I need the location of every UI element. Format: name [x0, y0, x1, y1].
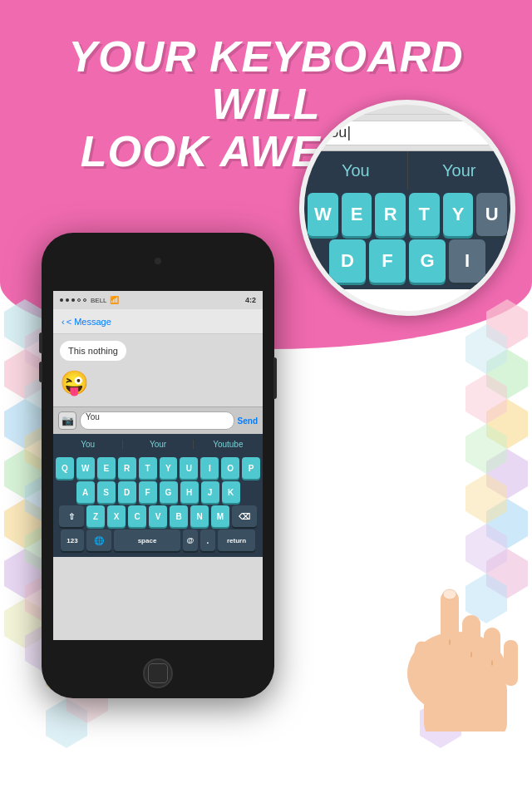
svg-marker-16	[486, 399, 528, 449]
zoomed-key-r[interactable]: R	[375, 193, 406, 236]
status-time: 4:2	[245, 296, 256, 304]
signal-dot-4	[77, 298, 81, 302]
key-z[interactable]: Z	[86, 505, 105, 527]
key-j[interactable]: J	[201, 481, 219, 503]
svg-rect-38	[424, 673, 507, 732]
key-return[interactable]: return	[218, 530, 255, 551]
keyboard: Q W E R T Y U I O P A S D F G	[53, 454, 263, 557]
key-o[interactable]: O	[221, 457, 239, 479]
autocomplete-your[interactable]: Your	[123, 440, 193, 449]
key-period[interactable]: .	[200, 530, 215, 551]
carrier-label: BELL	[91, 297, 107, 304]
key-c[interactable]: C	[128, 505, 146, 527]
back-button[interactable]: ‹ < Message	[62, 317, 111, 327]
svg-marker-22	[466, 424, 507, 474]
nav-bar: ‹ < Message	[53, 309, 263, 334]
zoomed-autocomplete: You Your	[304, 151, 510, 190]
key-x[interactable]: X	[107, 505, 126, 527]
zoomed-key-t[interactable]: T	[409, 193, 440, 236]
message-input-bar: 📷 You Send	[53, 406, 263, 434]
key-w[interactable]: W	[76, 457, 95, 479]
zoomed-key-y[interactable]: Y	[443, 193, 474, 236]
zoom-circle: You| You Your W E R T Y U D F	[299, 100, 515, 316]
zoom-top-bar	[304, 105, 510, 115]
svg-marker-20	[466, 324, 507, 374]
zoomed-input-field[interactable]: You|	[313, 121, 502, 145]
send-button[interactable]: Send	[238, 416, 258, 426]
key-at[interactable]: @	[183, 530, 198, 551]
wifi-icon: 📶	[110, 296, 119, 304]
autocomplete-bar: You Your Youtube	[53, 434, 263, 454]
key-i[interactable]: I	[200, 457, 219, 479]
key-r[interactable]: R	[118, 457, 136, 479]
svg-rect-36	[504, 640, 518, 686]
home-button-inner	[148, 663, 168, 683]
zoomed-auto-you[interactable]: You	[304, 151, 408, 190]
key-s[interactable]: S	[97, 481, 116, 503]
message-text-1: This nothing	[68, 346, 118, 356]
phone-screen: BELL 📶 4:2 ‹ < Message This nothing 😜	[53, 291, 263, 640]
message-bubble-1: This nothing	[60, 341, 126, 361]
keyboard-row-4: 123 🌐 space @ . return	[56, 530, 260, 551]
zoomed-keyboard: W E R T Y U D F G I	[304, 190, 510, 289]
key-h[interactable]: H	[180, 481, 199, 503]
key-g[interactable]: G	[160, 481, 178, 503]
key-b[interactable]: B	[170, 505, 188, 527]
key-e[interactable]: E	[97, 457, 116, 479]
keyboard-row-2: A S D F G H J K	[56, 481, 260, 503]
zoomed-input-text: You|	[322, 124, 351, 141]
key-p[interactable]: P	[242, 457, 260, 479]
key-space[interactable]: space	[114, 530, 180, 551]
vol-up-button	[39, 332, 42, 353]
key-globe[interactable]: 🌐	[86, 530, 111, 551]
key-v[interactable]: V	[149, 505, 167, 527]
svg-rect-34	[462, 615, 480, 682]
key-backspace[interactable]: ⌫	[232, 505, 257, 527]
key-y[interactable]: Y	[160, 457, 178, 479]
autocomplete-you[interactable]: You	[53, 440, 123, 449]
svg-marker-27	[46, 698, 87, 748]
svg-marker-4	[4, 499, 46, 549]
signal-dot-5	[83, 298, 86, 302]
signal-dot-2	[66, 298, 69, 302]
zoomed-keyboard-row-2: D F G I	[308, 239, 507, 283]
zoomed-key-f[interactable]: F	[369, 239, 406, 283]
message-input-field[interactable]: You	[80, 411, 234, 430]
key-k[interactable]: K	[222, 481, 240, 503]
key-t[interactable]: T	[139, 457, 157, 479]
input-text: You	[86, 412, 100, 421]
zoomed-key-w[interactable]: W	[308, 193, 338, 236]
phone-body: BELL 📶 4:2 ‹ < Message This nothing 😜	[42, 233, 274, 698]
zoomed-key-u[interactable]: U	[476, 193, 507, 236]
zoomed-key-g[interactable]: G	[409, 239, 446, 283]
zoom-content: You| You Your W E R T Y U D F	[304, 105, 510, 311]
key-m[interactable]: M	[211, 505, 229, 527]
zoomed-auto-your[interactable]: Your	[408, 151, 511, 190]
key-d[interactable]: D	[118, 481, 136, 503]
key-q[interactable]: Q	[56, 457, 74, 479]
vol-down-button	[39, 362, 42, 382]
key-u[interactable]: U	[180, 457, 198, 479]
key-f[interactable]: F	[139, 481, 157, 503]
svg-rect-33	[441, 590, 459, 673]
key-123[interactable]: 123	[61, 530, 84, 551]
zoomed-key-e[interactable]: E	[342, 193, 372, 236]
hand-image	[366, 499, 532, 732]
signal-area: BELL 📶	[60, 296, 119, 304]
autocomplete-youtube[interactable]: Youtube	[194, 440, 263, 449]
keyboard-row-1: Q W E R T Y U I O P	[56, 457, 260, 479]
zoomed-key-h[interactable]: I	[449, 239, 485, 283]
zoomed-input-bar: You|	[304, 115, 510, 151]
key-shift[interactable]: ⇧	[59, 505, 84, 527]
svg-marker-17	[486, 449, 528, 499]
back-label: < Message	[66, 317, 111, 327]
camera-button[interactable]: 📷	[58, 411, 76, 430]
status-bar: BELL 📶 4:2	[53, 291, 263, 309]
key-a[interactable]: A	[76, 481, 95, 503]
zoomed-key-d[interactable]: D	[329, 239, 366, 283]
signal-dot-1	[60, 298, 63, 302]
front-camera	[155, 258, 161, 264]
home-button[interactable]	[143, 658, 173, 688]
key-n[interactable]: N	[190, 505, 209, 527]
svg-marker-6	[4, 598, 46, 648]
